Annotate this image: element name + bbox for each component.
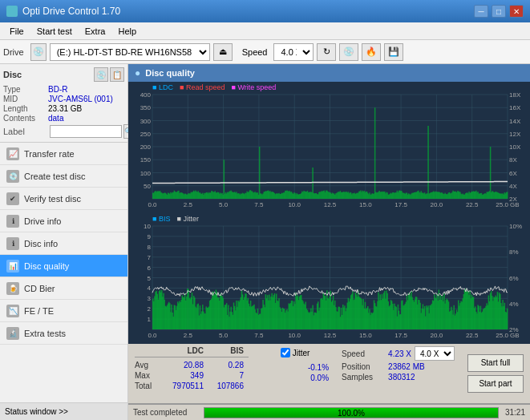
sidebar-item-create-test-disc[interactable]: 💿 Create test disc <box>0 165 127 188</box>
sidebar-label-cd-bier: CD Bier <box>24 284 55 293</box>
minimize-button[interactable]: ─ <box>474 5 488 18</box>
chart-bottom: ■ BIS ■ Jitter <box>128 213 530 344</box>
drive-icon-btn: 💿 <box>30 43 47 61</box>
transfer-rate-icon: 📈 <box>6 147 19 160</box>
menu-start-test[interactable]: Start test <box>30 25 79 38</box>
label-key: Label <box>3 127 48 136</box>
stats-table: LDC BIS Avg 20.88 0.28 Max 349 7 Total <box>128 343 255 403</box>
menu-bar: File Start test Extra Help <box>0 22 530 40</box>
type-key: Type <box>3 85 48 94</box>
bottom-chart-legend: ■ BIS ■ Jitter <box>152 215 199 223</box>
verify-test-disc-icon: ✔ <box>6 192 19 205</box>
sidebar: Disc 💿 📋 Type BD-R MID JVC-AMS6L (001) L… <box>0 64 128 420</box>
sidebar-label-verify-test-disc: Verify test disc <box>24 194 81 204</box>
save-btn[interactable]: 💾 <box>384 43 403 61</box>
progress-bar-outer: 100.0% <box>204 407 499 418</box>
status-window-label: Status window >> <box>5 407 68 416</box>
col-header-empty <box>135 346 164 355</box>
disc-info-icon: ℹ <box>6 237 19 250</box>
total-label: Total <box>135 382 164 390</box>
jitter-label: Jitter <box>293 349 310 357</box>
app-icon <box>6 6 18 17</box>
close-button[interactable]: ✕ <box>509 5 524 18</box>
jitter-checkbox[interactable] <box>281 348 290 357</box>
progress-row: Test completed 100.0% 31:21 <box>128 404 530 420</box>
drive-info-icon: ℹ <box>6 215 19 228</box>
maximize-button[interactable]: □ <box>492 5 506 18</box>
bottom-section: LDC BIS Avg 20.88 0.28 Max 349 7 Total <box>128 343 530 420</box>
type-val: BD-R <box>48 85 67 94</box>
cd-bier-icon: 🍺 <box>6 282 19 295</box>
status-window-button[interactable]: Status window >> <box>0 402 127 420</box>
position-val: 23862 MB <box>388 362 425 371</box>
total-bis: 107866 <box>204 382 244 390</box>
sidebar-label-disc-info: Disc info <box>24 239 58 248</box>
menu-help[interactable]: Help <box>111 25 143 38</box>
eject-button[interactable]: ⏏ <box>213 43 233 61</box>
samples-label: Samples <box>342 373 385 382</box>
sidebar-label-drive-info: Drive info <box>24 216 61 226</box>
legend-write-speed: ■ Write speed <box>231 83 276 91</box>
menu-file[interactable]: File <box>3 25 30 38</box>
avg-jitter: -0.1% <box>289 363 329 372</box>
buttons-area: Start full Start part <box>461 343 530 403</box>
col-header-ldc: LDC <box>164 346 204 355</box>
legend-ldc: ■ LDC <box>152 83 173 91</box>
sidebar-label-disc-quality: Disc quality <box>24 261 69 271</box>
sidebar-label-create-test-disc: Create test disc <box>24 172 85 181</box>
max-ldc: 349 <box>164 371 204 380</box>
speed-icon-btn[interactable]: ↻ <box>317 43 336 61</box>
disc-btn-2[interactable]: 📋 <box>110 67 124 82</box>
avg-ldc: 20.88 <box>164 361 204 370</box>
total-ldc: 7970511 <box>164 382 204 390</box>
jitter-stats: -0.1% 0.0% <box>261 363 329 382</box>
disc-btn-1[interactable]: 💿 <box>94 67 108 82</box>
sidebar-item-disc-quality[interactable]: 📊 Disc quality <box>0 255 127 277</box>
content-area: ● Disc quality ■ LDC ■ Read speed ■ Writ… <box>128 64 530 420</box>
speed-position-area: Speed 4.23 X 4.0 X Position 23862 MB Sam… <box>335 343 461 403</box>
disc-quality-header: ● Disc quality <box>128 64 530 82</box>
contents-val: data <box>48 114 63 123</box>
speed-label: Speed <box>242 47 268 57</box>
menu-extra[interactable]: Extra <box>79 25 112 38</box>
drive-select[interactable]: (E:) HL-DT-ST BD-RE WH16NS58 TST4 <box>50 43 210 61</box>
start-full-button[interactable]: Start full <box>467 354 524 372</box>
sidebar-label-transfer-rate: Transfer rate <box>24 149 75 159</box>
sidebar-item-verify-test-disc[interactable]: ✔ Verify test disc <box>0 188 127 210</box>
mid-key: MID <box>3 95 48 103</box>
speed-select[interactable]: 4.0 X <box>273 43 314 61</box>
sidebar-item-extra-tests[interactable]: 🔬 Extra tests <box>0 322 127 345</box>
sidebar-item-fe-te[interactable]: 📉 FE / TE <box>0 300 127 322</box>
sidebar-item-disc-info[interactable]: ℹ Disc info <box>0 232 127 255</box>
app-title: Opti Drive Control 1.70 <box>22 6 120 17</box>
col-header-bis: BIS <box>204 346 244 355</box>
length-key: Length <box>3 104 48 113</box>
avg-bis: 0.28 <box>204 361 244 370</box>
disc-panel: Disc 💿 📋 Type BD-R MID JVC-AMS6L (001) L… <box>0 64 127 143</box>
sidebar-label-fe-te: FE / TE <box>24 306 54 316</box>
sidebar-item-transfer-rate[interactable]: 📈 Transfer rate <box>0 143 127 165</box>
legend-read-speed: ■ Read speed <box>180 83 225 91</box>
start-part-button[interactable]: Start part <box>467 375 524 393</box>
extra-tests-icon: 🔬 <box>6 327 19 340</box>
chart-top: ■ LDC ■ Read speed ■ Write speed <box>128 82 530 213</box>
speed-label-stat: Speed <box>342 349 385 358</box>
disc-btn[interactable]: 💿 <box>339 43 358 61</box>
sidebar-item-cd-bier[interactable]: 🍺 CD Bier <box>0 277 127 300</box>
legend-bis: ■ BIS <box>152 215 170 223</box>
progress-status: Test completed <box>133 408 197 417</box>
contents-key: Contents <box>3 114 48 123</box>
legend-jitter: ■ Jitter <box>176 215 198 223</box>
length-val: 23.31 GB <box>48 104 82 113</box>
bottom-chart-canvas <box>128 213 530 344</box>
position-label: Position <box>342 362 385 371</box>
label-input[interactable] <box>50 125 122 138</box>
sidebar-item-drive-info[interactable]: ℹ Drive info <box>0 210 127 232</box>
samples-val: 380312 <box>388 373 415 382</box>
burn-btn[interactable]: 🔥 <box>362 43 381 61</box>
main-layout: Disc 💿 📋 Type BD-R MID JVC-AMS6L (001) L… <box>0 64 530 420</box>
speed-val: 4.23 X <box>388 349 411 358</box>
top-chart-canvas <box>128 82 530 213</box>
avg-label: Avg <box>135 361 164 370</box>
speed-select-stat[interactable]: 4.0 X <box>415 346 455 361</box>
